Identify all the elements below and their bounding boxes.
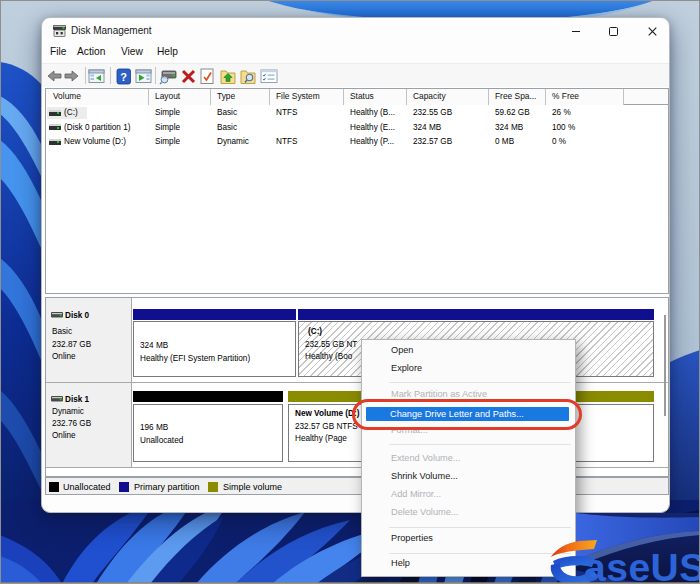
svg-text:?: ? (120, 71, 127, 83)
